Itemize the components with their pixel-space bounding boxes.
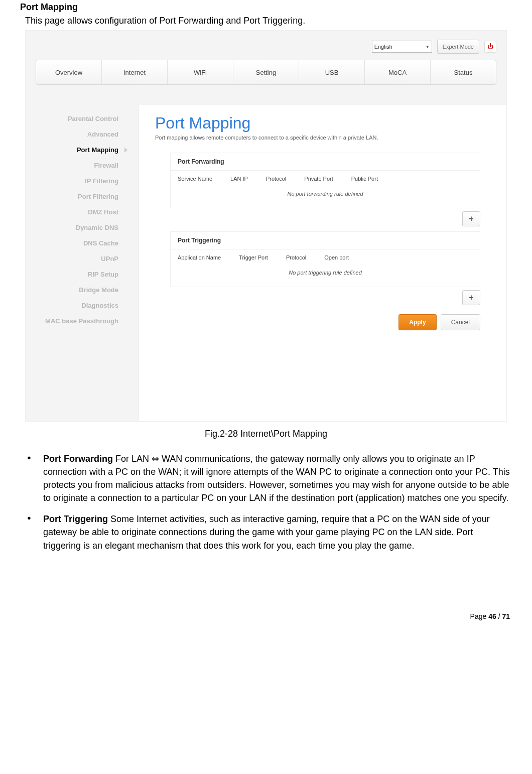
page-total: 71 <box>502 612 510 620</box>
sidebar-item-ip-filtering[interactable]: IP Filtering <box>31 173 134 189</box>
add-port-forwarding-button[interactable]: + <box>462 211 480 226</box>
tab-setting[interactable]: Setting <box>233 60 299 84</box>
bullet-pt-body: Some Internet activities, such as intera… <box>43 514 490 550</box>
bullet-pf-body: For LAN ⇔ WAN communications, the gatewa… <box>43 454 510 503</box>
page-prefix: Page <box>470 612 489 620</box>
sidebar-item-rip-setup[interactable]: RIP Setup <box>31 267 134 282</box>
document-page: Port Mapping This page allows configurat… <box>0 2 532 630</box>
sidebar-item-advanced[interactable]: Advanced <box>31 126 134 142</box>
reboot-icon[interactable]: ⏻ <box>484 41 496 53</box>
tab-internet[interactable]: Internet <box>102 60 168 84</box>
col-open-port: Open port <box>324 254 349 261</box>
cancel-button[interactable]: Cancel <box>441 314 480 330</box>
router-ui-screenshot: English Expert Mode ⏻ Overview Internet … <box>25 30 507 422</box>
tab-moca[interactable]: MoCA <box>365 60 431 84</box>
settings-sidebar: Parental Control Advanced Port Mapping F… <box>31 111 134 329</box>
content-panel: Port Mapping Port mapping allows remote … <box>139 105 506 421</box>
col-application-name: Application Name <box>178 254 221 261</box>
col-service-name: Service Name <box>178 176 212 182</box>
tab-status[interactable]: Status <box>431 60 496 84</box>
page-subtitle: Port mapping allows remote computers to … <box>155 135 495 141</box>
port-triggering-empty: No port triggering rule defined <box>178 270 473 279</box>
page-number: Page 46 / 71 <box>20 612 512 620</box>
tab-overview[interactable]: Overview <box>36 60 102 84</box>
col-protocol: Protocol <box>266 176 286 182</box>
language-select-value: English <box>374 44 392 50</box>
bullet-pt-title: Port Triggering <box>43 514 108 524</box>
tab-wifi[interactable]: WiFi <box>168 60 233 84</box>
main-nav-tabs: Overview Internet WiFi Setting USB MoCA … <box>36 60 496 85</box>
port-triggering-header: Port Triggering <box>171 232 480 249</box>
col-private-port: Private Port <box>304 176 333 182</box>
port-triggering-panel: Port Triggering Application Name Trigger… <box>170 231 480 287</box>
col-public-port: Public Port <box>351 176 378 182</box>
sidebar-item-upnp[interactable]: UPnP <box>31 251 134 267</box>
language-select[interactable]: English <box>372 41 432 53</box>
port-forwarding-header: Port Forwarding <box>171 153 480 171</box>
sidebar-item-firewall[interactable]: Firewall <box>31 158 134 173</box>
expert-mode-button[interactable]: Expert Mode <box>437 40 479 54</box>
col-trigger-port: Trigger Port <box>239 254 268 261</box>
port-forwarding-columns: Service Name LAN IP Protocol Private Por… <box>178 176 473 191</box>
sidebar-item-parental-control[interactable]: Parental Control <box>31 111 134 126</box>
action-buttons: Apply Cancel <box>155 305 495 330</box>
tab-usb[interactable]: USB <box>299 60 365 84</box>
sidebar-item-port-mapping[interactable]: Port Mapping <box>31 142 134 158</box>
top-bar: English Expert Mode ⏻ <box>372 40 496 54</box>
sidebar-item-diagnostics[interactable]: Diagnostics <box>31 298 134 313</box>
section-intro: This page allows configuration of Port F… <box>25 16 512 26</box>
bullet-port-triggering: Port Triggering Some Internet activities… <box>20 512 512 552</box>
bullet-port-forwarding: Port Forwarding For LAN ⇔ WAN communicat… <box>20 452 512 504</box>
sidebar-item-dynamic-dns[interactable]: Dynamic DNS <box>31 220 134 235</box>
sidebar-item-dns-cache[interactable]: DNS Cache <box>31 235 134 251</box>
section-heading: Port Mapping <box>20 2 512 13</box>
col-lan-ip: LAN IP <box>230 176 248 182</box>
figure-caption: Fig.2-28 Internet\Port Mapping <box>20 429 512 439</box>
description-list: Port Forwarding For LAN ⇔ WAN communicat… <box>20 452 512 552</box>
port-triggering-columns: Application Name Trigger Port Protocol O… <box>178 254 473 270</box>
add-port-triggering-button[interactable]: + <box>462 290 480 305</box>
port-forwarding-panel: Port Forwarding Service Name LAN IP Prot… <box>170 153 480 208</box>
sidebar-item-bridge-mode[interactable]: Bridge Mode <box>31 282 134 298</box>
bullet-pf-title: Port Forwarding <box>43 454 113 464</box>
port-forwarding-empty: No port forwarding rule defined <box>178 191 473 200</box>
col-protocol-2: Protocol <box>286 254 306 261</box>
sidebar-item-mac-passthrough[interactable]: MAC base Passthrough <box>31 313 134 329</box>
page-title: Port Mapping <box>155 114 495 133</box>
sidebar-item-port-filtering[interactable]: Port Filtering <box>31 189 134 204</box>
page-sep: / <box>496 612 502 620</box>
apply-button[interactable]: Apply <box>398 314 436 330</box>
sidebar-item-dmz-host[interactable]: DMZ Host <box>31 204 134 220</box>
page-current: 46 <box>488 612 496 620</box>
